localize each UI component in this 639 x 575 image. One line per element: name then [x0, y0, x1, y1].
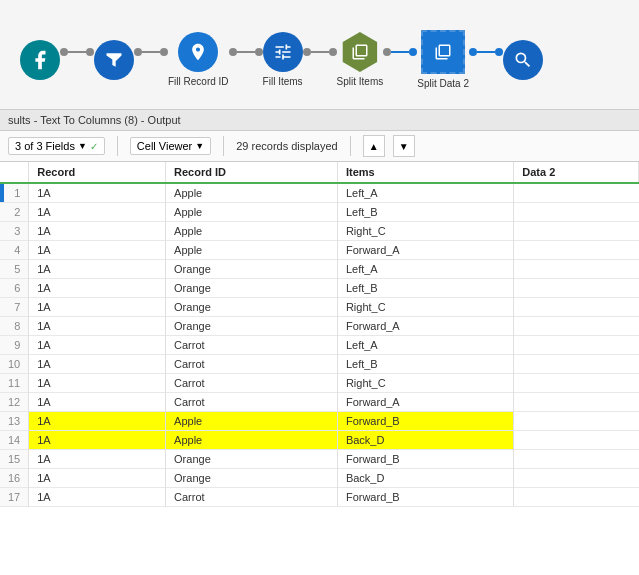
row-number: 3 [0, 222, 29, 241]
data-table: Record Record ID Items Data 2 11AAppleLe… [0, 162, 639, 507]
row-number: 1 [0, 183, 29, 203]
cell-record: 1A [29, 336, 166, 355]
line-6 [477, 51, 495, 53]
line-4 [311, 51, 329, 53]
cell-items: Orange [166, 450, 338, 469]
cell-data2: Left_B [337, 355, 513, 374]
toolbar: 3 of 3 Fields ▼ ✓ Cell Viewer ▼ 29 recor… [0, 131, 639, 162]
node-split-items[interactable]: Split Items [337, 32, 384, 87]
nav-up-button[interactable]: ▲ [363, 135, 385, 157]
table-row[interactable]: 141AAppleBack_D [0, 431, 639, 450]
cell-record: 1A [29, 279, 166, 298]
row-number: 2 [0, 203, 29, 222]
cell-record: 1A [29, 317, 166, 336]
cell-data2: Forward_B [337, 488, 513, 507]
node-filter-icon [94, 40, 134, 80]
connector-12 [495, 48, 503, 56]
table-container[interactable]: Record Record ID Items Data 2 11AAppleLe… [0, 162, 639, 575]
cell-data2: Left_B [337, 203, 513, 222]
node-filter[interactable] [94, 40, 134, 80]
table-row[interactable]: 101ACarrotLeft_B [0, 355, 639, 374]
col-header-data2: Data 2 [514, 162, 639, 183]
cell-viewer-chevron-icon: ▼ [195, 141, 204, 151]
line-5 [391, 51, 409, 53]
node-open[interactable] [20, 40, 60, 80]
nav-down-button[interactable]: ▼ [393, 135, 415, 157]
cell-data2: Left_A [337, 183, 513, 203]
node-open-icon [20, 40, 60, 80]
table-row[interactable]: 91ACarrotLeft_A [0, 336, 639, 355]
connector-4 [160, 48, 168, 56]
cell-data2: Back_D [337, 431, 513, 450]
results-header-text: sults - Text To Columns (8) - Output [8, 114, 181, 126]
cell-data2: Left_B [337, 279, 513, 298]
cell-record: 1A [29, 355, 166, 374]
table-row[interactable]: 161AOrangeBack_D [0, 469, 639, 488]
cell-items: Apple [166, 203, 338, 222]
cell-record: 1A [29, 450, 166, 469]
cell-data2: Forward_A [337, 241, 513, 260]
table-row[interactable]: 81AOrangeForward_A [0, 317, 639, 336]
node-fill-record-id[interactable]: Fill Record ID [168, 32, 229, 87]
table-row[interactable]: 21AAppleLeft_B [0, 203, 639, 222]
node-split-items-label: Split Items [337, 76, 384, 87]
node-fill-record-id-icon [178, 32, 218, 72]
node-split-data2[interactable]: Split Data 2 [417, 30, 469, 89]
node-split-data2-icon [421, 30, 465, 74]
node-fill-items-icon [263, 32, 303, 72]
cell-record: 1A [29, 241, 166, 260]
table-row[interactable]: 121ACarrotForward_A [0, 393, 639, 412]
cell-items: Orange [166, 298, 338, 317]
col-header-record-id: Record ID [166, 162, 338, 183]
toolbar-separator-1 [117, 136, 118, 156]
table-row[interactable]: 151AOrangeForward_B [0, 450, 639, 469]
cell-viewer-button[interactable]: Cell Viewer ▼ [130, 137, 211, 155]
toolbar-separator-3 [350, 136, 351, 156]
fields-dropdown-button[interactable]: 3 of 3 Fields ▼ ✓ [8, 137, 105, 155]
node-split-items-icon [340, 32, 380, 72]
table-row[interactable]: 41AAppleForward_A [0, 241, 639, 260]
row-number: 14 [0, 431, 29, 450]
row-indicator [0, 184, 4, 202]
cell-items: Carrot [166, 393, 338, 412]
cell-items: Carrot [166, 355, 338, 374]
row-number: 13 [0, 412, 29, 431]
table-body: 11AAppleLeft_A21AAppleLeft_B31AAppleRigh… [0, 183, 639, 507]
cell-record: 1A [29, 488, 166, 507]
cell-viewer-label: Cell Viewer [137, 140, 192, 152]
cell-items: Orange [166, 317, 338, 336]
connector-6 [255, 48, 263, 56]
connector-2 [86, 48, 94, 56]
row-number: 16 [0, 469, 29, 488]
table-row[interactable]: 171ACarrotForward_B [0, 488, 639, 507]
table-row[interactable]: 11AAppleLeft_A [0, 183, 639, 203]
node-browse[interactable] [503, 40, 543, 80]
table-row[interactable]: 111ACarrotRight_C [0, 374, 639, 393]
cell-data2: Left_A [337, 260, 513, 279]
cell-record: 1A [29, 412, 166, 431]
connector-9 [383, 48, 391, 56]
table-row[interactable]: 61AOrangeLeft_B [0, 279, 639, 298]
cell-items: Orange [166, 279, 338, 298]
fields-chevron-icon: ▼ [78, 141, 87, 151]
table-row[interactable]: 31AAppleRight_C [0, 222, 639, 241]
connector-5 [229, 48, 237, 56]
cell-record: 1A [29, 222, 166, 241]
results-panel: sults - Text To Columns (8) - Output 3 o… [0, 110, 639, 575]
workflow-nodes: Fill Record ID Fill Items Split Items [20, 30, 543, 89]
table-row[interactable]: 131AAppleForward_B [0, 412, 639, 431]
row-number: 9 [0, 336, 29, 355]
row-number: 6 [0, 279, 29, 298]
node-fill-items[interactable]: Fill Items [263, 32, 303, 87]
cell-record: 1A [29, 431, 166, 450]
cell-record: 1A [29, 374, 166, 393]
table-header-row: Record Record ID Items Data 2 [0, 162, 639, 183]
row-number: 11 [0, 374, 29, 393]
table-row[interactable]: 71AOrangeRight_C [0, 298, 639, 317]
cell-items: Orange [166, 469, 338, 488]
row-number: 17 [0, 488, 29, 507]
workflow-area: Fill Record ID Fill Items Split Items [0, 0, 639, 110]
connector-1 [60, 48, 68, 56]
table-row[interactable]: 51AOrangeLeft_A [0, 260, 639, 279]
cell-record: 1A [29, 183, 166, 203]
